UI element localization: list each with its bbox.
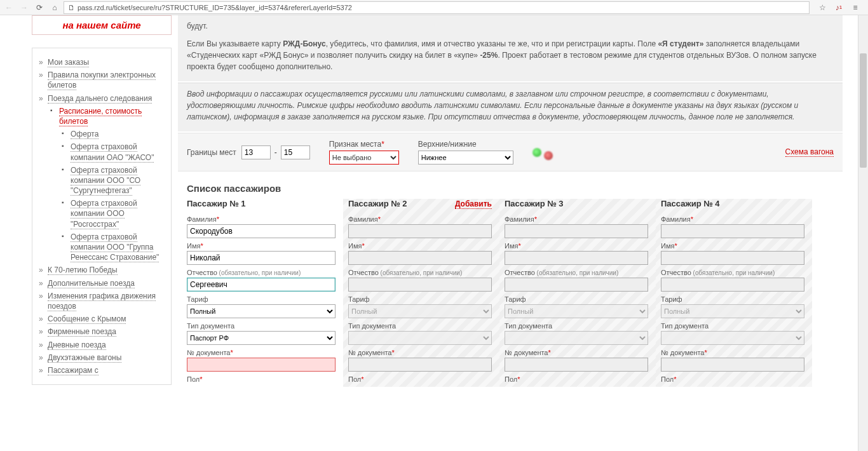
nav-link[interactable]: Сообщение с Крымом <box>48 314 126 324</box>
field-label: Тип документа <box>187 322 336 330</box>
tariff-select: Полный <box>661 304 804 318</box>
nav-link[interactable]: Оферта страховой компании ООО "Росгосстр… <box>71 199 137 229</box>
docnum-input[interactable] <box>187 358 336 372</box>
field-label: Отчество (обязательно, при наличии) <box>661 269 804 276</box>
back-icon[interactable]: ← <box>3 1 15 14</box>
patronymic-input <box>661 278 804 292</box>
logo-text: на нашем сайте <box>32 15 172 35</box>
doctype-select <box>348 331 492 345</box>
star-icon[interactable]: ☆ <box>816 1 829 14</box>
nav-link[interactable]: Поезда дальнего следования <box>48 94 152 104</box>
nav-link[interactable]: Дополнительные поезда <box>48 279 135 288</box>
status-dots <box>532 145 553 160</box>
passenger-column: Пассажир № 2ДобавитьФамилия*Имя*Отчество… <box>343 199 499 387</box>
nav-link[interactable]: Мои заказы <box>48 58 89 67</box>
menu-icon[interactable]: ≡ <box>849 1 862 14</box>
field-label: Тариф <box>661 295 804 303</box>
docnum-input <box>505 358 648 372</box>
url-bar[interactable]: 🗋 pass.rzd.ru/ticket/secure/ru?STRUCTURE… <box>64 1 810 14</box>
field-label: Пол* <box>505 375 648 383</box>
music-icon[interactable]: ♪1 <box>832 1 845 14</box>
patronymic-input <box>505 278 648 292</box>
reload-icon[interactable]: ⟳ <box>33 1 46 14</box>
green-dot-icon <box>532 148 541 157</box>
nav-link[interactable]: Изменения графика движения поездов <box>48 292 156 311</box>
info-block-2: Ввод информации о пассажирах осуществляе… <box>178 83 843 131</box>
field-label: Фамилия* <box>661 215 804 223</box>
seat-attr-label: Признак места* <box>329 140 399 149</box>
field-label: Отчество (обязательно, при наличии) <box>505 269 648 276</box>
field-label: Тариф <box>348 295 492 303</box>
patronymic-input <box>348 278 492 292</box>
surname-input <box>505 224 648 238</box>
passenger-title: Пассажир № 3 <box>505 199 564 208</box>
docnum-input <box>348 358 492 372</box>
patronymic-input[interactable] <box>187 278 336 292</box>
sidebar-nav: Мои заказыПравила покупки электронных би… <box>32 48 172 385</box>
field-label: Фамилия* <box>348 215 492 223</box>
seats-label: Границы мест <box>187 148 236 157</box>
nav-link[interactable]: Оферта <box>71 130 98 139</box>
nav-link[interactable]: Дневные поезда <box>48 340 106 350</box>
name-input[interactable] <box>187 251 336 265</box>
passenger-title: Пассажир № 2 <box>348 199 407 208</box>
tariff-select: Полный <box>348 304 492 318</box>
field-label: Фамилия* <box>187 215 336 223</box>
red-dot-icon <box>544 151 553 160</box>
field-label: Отчество (обязательно, при наличии) <box>187 269 336 276</box>
surname-input[interactable] <box>187 224 336 238</box>
nav-link[interactable]: Оферта страховой компании ОАО "ЖАСО" <box>71 142 154 162</box>
browser-toolbar: ← → ⟳ ⌂ 🗋 pass.rzd.ru/ticket/secure/ru?S… <box>0 0 868 15</box>
add-passenger-link[interactable]: Добавить <box>455 199 492 209</box>
field-label: № документа* <box>348 349 492 356</box>
scrollbar[interactable] <box>858 15 868 391</box>
nav-link[interactable]: Расписание, стоимость билетов <box>59 107 142 126</box>
field-label: Тип документа <box>348 322 492 330</box>
field-label: Имя* <box>187 242 336 250</box>
home-icon[interactable]: ⌂ <box>48 1 61 14</box>
level-label: Верхние/нижние <box>418 140 513 149</box>
name-input <box>661 251 804 265</box>
doctype-select <box>661 331 804 345</box>
nav-link[interactable]: Фирменные поезда <box>48 327 116 337</box>
info-block-1: будут. Если Вы указываете карту РЖД-Бону… <box>178 15 843 81</box>
field-label: № документа* <box>505 349 648 356</box>
seat-to-input[interactable] <box>281 145 310 159</box>
passenger-column: Пассажир № 3Фамилия*Имя*Отчество (обязат… <box>499 199 656 387</box>
controls-bar: Границы мест - Признак места* Не выбрано… <box>178 133 843 172</box>
scheme-link[interactable]: Схема вагона <box>785 147 834 157</box>
doctype-select[interactable]: Паспорт РФ <box>187 331 336 345</box>
passenger-column: Пассажир № 1Фамилия*Имя*Отчество (обязат… <box>187 199 343 387</box>
field-label: Пол* <box>187 375 336 383</box>
surname-input <box>348 224 492 238</box>
seat-from-input[interactable] <box>241 145 271 159</box>
nav-link[interactable]: Пассажирам с <box>48 366 98 375</box>
level-select[interactable]: Нижнее <box>418 151 513 165</box>
nav-link[interactable]: Оферта страховой компании ООО "Группа Ре… <box>71 232 159 262</box>
field-label: № документа* <box>661 349 804 356</box>
passengers-title: Список пассажиров <box>187 183 843 194</box>
field-label: Тариф <box>187 295 336 303</box>
nav-link[interactable]: К 70-летию Победы <box>48 266 118 275</box>
name-input <box>348 251 492 265</box>
field-label: Тариф <box>505 295 648 303</box>
nav-link[interactable]: Правила покупки электронных билетов <box>48 71 156 90</box>
doctype-select <box>505 331 648 345</box>
scrollbar-thumb[interactable] <box>860 53 867 168</box>
nav-link[interactable]: Оферта страховой компании ООО "СО "Сургу… <box>71 166 140 196</box>
passenger-title: Пассажир № 1 <box>187 199 246 208</box>
nav-link[interactable]: Двухэтажные вагоны <box>48 353 121 363</box>
forward-icon[interactable]: → <box>18 1 31 14</box>
field-label: Тип документа <box>661 322 804 330</box>
seat-attr-select[interactable]: Не выбрано <box>329 151 399 165</box>
field-label: Тип документа <box>505 322 648 330</box>
field-label: Имя* <box>348 242 492 250</box>
passenger-column: Пассажир № 4Фамилия*Имя*Отчество (обязат… <box>656 199 812 387</box>
name-input <box>505 251 648 265</box>
field-label: Пол* <box>661 375 804 383</box>
passenger-title: Пассажир № 4 <box>661 199 720 208</box>
url-text: pass.rzd.ru/ticket/secure/ru?STRUCTURE_I… <box>78 4 352 11</box>
tariff-select[interactable]: Полный <box>187 304 336 318</box>
field-label: Имя* <box>505 242 648 250</box>
field-label: Имя* <box>661 242 804 250</box>
